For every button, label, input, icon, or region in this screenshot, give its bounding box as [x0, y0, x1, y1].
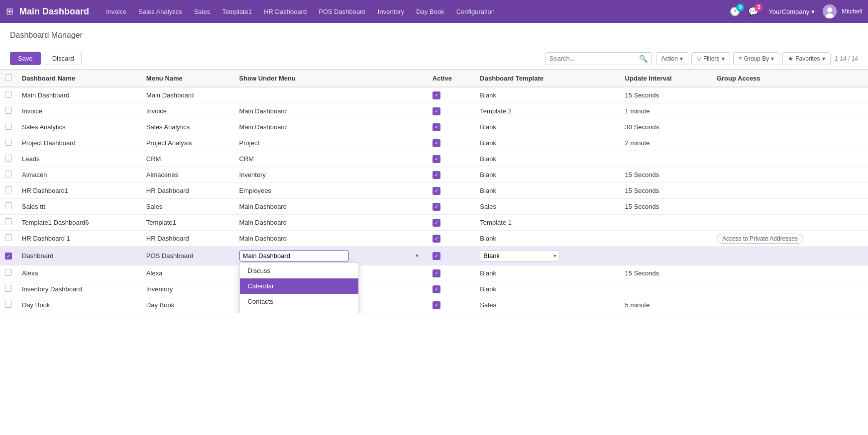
col-show-under-menu: Show Under Menu: [234, 70, 428, 87]
cell-active: ✓: [428, 199, 475, 215]
select-all-checkbox[interactable]: [5, 74, 12, 81]
nav-item-sales[interactable]: Sales: [189, 5, 216, 18]
active-check-icon[interactable]: ✓: [433, 219, 440, 227]
cell-dashboard-template: Blank: [475, 87, 620, 103]
cell-dashboard-template[interactable]: BlankTemplate 1Template 2Sales: [475, 247, 620, 265]
cell-menu-name: Invoice: [141, 103, 234, 119]
active-check-icon[interactable]: ✓: [433, 187, 440, 195]
active-check-icon[interactable]: ✓: [433, 171, 440, 179]
cell-dashboard-template: Blank: [475, 167, 620, 183]
active-check-icon[interactable]: ✓: [433, 155, 440, 163]
row-checkbox[interactable]: [5, 186, 12, 193]
cell-dashboard-name: Template1 Dashboard6: [17, 215, 141, 231]
cell-group-access: [712, 247, 868, 265]
active-check-icon[interactable]: ✓: [433, 123, 440, 131]
row-checkbox[interactable]: [5, 155, 12, 162]
cell-dashboard-name: Main Dashboard: [17, 87, 141, 103]
nav-item-inventory[interactable]: Inventory: [373, 5, 409, 18]
favorites-button[interactable]: ★ Favorites ▾: [782, 52, 830, 65]
cell-menu-name: POS Dashboard: [141, 247, 234, 265]
cell-group-access: [712, 151, 868, 167]
dropdown-menu-item[interactable]: Calendar: [240, 278, 358, 294]
nav-item-pos-dashboard[interactable]: POS Dashboard: [314, 5, 371, 18]
grid-icon[interactable]: ⊞: [6, 6, 13, 17]
row-checkbox[interactable]: [5, 301, 12, 308]
cell-show-under-menu: Main Dashboard: [234, 231, 428, 247]
row-checkbox[interactable]: [5, 218, 12, 225]
nav-item-hr-dashboard[interactable]: HR Dashboard: [259, 5, 312, 18]
show-under-menu-input[interactable]: [239, 250, 349, 261]
row-checkbox[interactable]: [5, 139, 12, 146]
template-select[interactable]: BlankTemplate 1Template 2Sales: [480, 250, 559, 261]
cell-dashboard-template: Sales: [475, 199, 620, 215]
toolbar: Save Discard 🔍 Action ▾ ▽ Filters ▾ ≡ Gr…: [0, 50, 868, 70]
notification-button[interactable]: 🕐 9: [728, 4, 742, 19]
row-checkbox[interactable]: ✓: [5, 253, 12, 260]
cell-dashboard-template: Sales: [475, 297, 620, 313]
row-checkbox[interactable]: [5, 285, 12, 292]
discard-button[interactable]: Discard: [45, 52, 82, 65]
table-row: Main DashboardMain Dashboard✓Blank15 Sec…: [0, 87, 868, 103]
filter-icon: ▽: [697, 55, 701, 62]
row-checkbox[interactable]: [5, 123, 12, 130]
active-check-icon[interactable]: ✓: [433, 301, 440, 309]
filters-label: Filters: [703, 55, 720, 62]
cell-active: ✓: [428, 265, 475, 281]
messages-button[interactable]: 💬 2: [746, 4, 760, 19]
active-check-icon[interactable]: ✓: [433, 269, 440, 277]
search-input[interactable]: [549, 55, 639, 62]
cell-show-under-menu: Main Dashboard: [234, 103, 428, 119]
row-checkbox[interactable]: [5, 202, 12, 209]
cell-update-interval: [620, 215, 712, 231]
cell-update-interval: [620, 247, 712, 265]
cell-dashboard-template: Blank: [475, 231, 620, 247]
cell-group-access: [712, 103, 868, 119]
cell-menu-name: Template1: [141, 215, 234, 231]
cell-update-interval: 15 Seconds: [620, 265, 712, 281]
group-by-button[interactable]: ≡ Group By ▾: [733, 52, 780, 65]
company-selector[interactable]: YourCompany ▾: [764, 6, 819, 17]
nav-item-sales-analytics[interactable]: Sales Analytics: [133, 5, 187, 18]
cell-show-under-menu: Main Dashboard: [234, 119, 428, 135]
cell-dashboard-name: HR Dashboard1: [17, 183, 141, 199]
cell-dashboard-template: Template 1: [475, 215, 620, 231]
cell-group-access: [712, 265, 868, 281]
cell-show-under-menu: Main Dashboard: [234, 215, 428, 231]
active-check-icon[interactable]: ✓: [433, 235, 440, 243]
row-checkbox[interactable]: [5, 171, 12, 177]
dropdown-menu-item[interactable]: CRM: [240, 309, 358, 313]
page-header: Dashboard Manager: [0, 23, 868, 50]
active-check-icon[interactable]: ✓: [433, 139, 440, 147]
favorites-chevron-icon: ▾: [822, 55, 825, 62]
dropdown-menu-item[interactable]: Contacts: [240, 294, 358, 309]
active-check-icon[interactable]: ✓: [433, 203, 440, 211]
company-name: YourCompany: [768, 8, 809, 15]
record-count: 1-14 / 14: [835, 55, 858, 62]
active-check-icon[interactable]: ✓: [433, 252, 440, 260]
nav-item-day-book[interactable]: Day Book: [411, 5, 449, 18]
nav-item-configuration[interactable]: Configuration: [451, 5, 500, 18]
user-avatar[interactable]: [823, 4, 837, 18]
nav-item-invoice[interactable]: Invoice: [101, 5, 131, 18]
save-button[interactable]: Save: [10, 52, 41, 65]
active-check-icon[interactable]: ✓: [433, 91, 440, 99]
col-dashboard-name: Dashboard Name: [17, 70, 141, 87]
dashboard-table: Dashboard Name Menu Name Show Under Menu…: [0, 70, 868, 313]
row-checkbox[interactable]: [5, 91, 12, 98]
table-head: Dashboard Name Menu Name Show Under Menu…: [0, 70, 868, 87]
dropdown-menu-item[interactable]: Discuss: [240, 263, 358, 278]
cell-update-interval: 30 Seconds: [620, 119, 712, 135]
messages-badge: 2: [755, 3, 762, 11]
active-check-icon[interactable]: ✓: [433, 285, 440, 293]
cell-show-under-menu[interactable]: ▼DiscussCalendarContactsCRMSalesMain Das…: [234, 247, 428, 265]
cell-group-access: [712, 183, 868, 199]
action-button[interactable]: Action ▾: [656, 52, 688, 65]
search-box: 🔍: [545, 52, 652, 65]
nav-item-template1[interactable]: Template1: [217, 5, 257, 18]
row-checkbox[interactable]: [5, 107, 12, 114]
favorites-label: Favorites: [795, 55, 820, 62]
row-checkbox[interactable]: [5, 269, 12, 276]
active-check-icon[interactable]: ✓: [433, 107, 440, 115]
row-checkbox[interactable]: [5, 234, 12, 241]
filters-button[interactable]: ▽ Filters ▾: [691, 52, 730, 65]
